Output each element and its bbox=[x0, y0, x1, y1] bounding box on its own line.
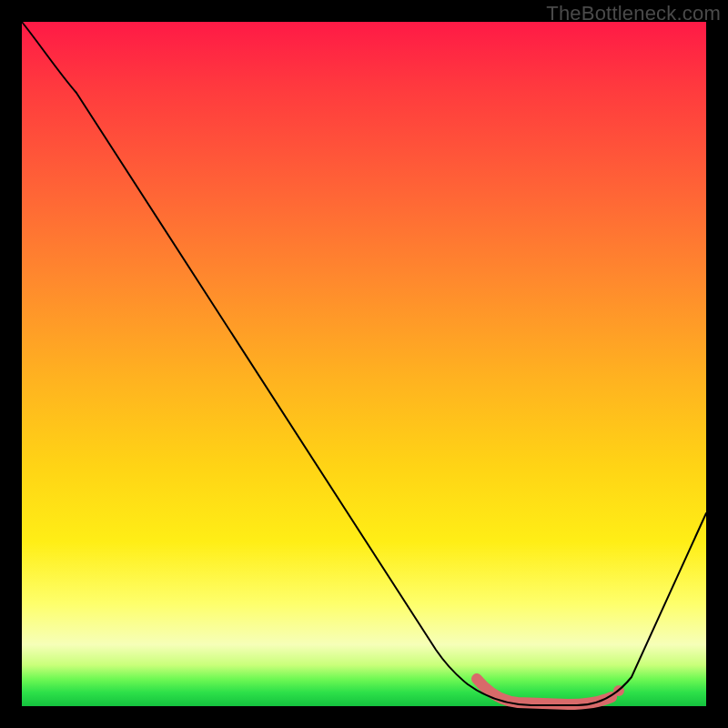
watermark-text: TheBottleneck.com bbox=[546, 2, 721, 25]
valley-highlight bbox=[477, 679, 612, 704]
plot-area bbox=[22, 22, 706, 706]
bottleneck-curve bbox=[22, 22, 706, 705]
chart-frame: TheBottleneck.com bbox=[0, 0, 728, 728]
curve-svg bbox=[22, 22, 706, 706]
